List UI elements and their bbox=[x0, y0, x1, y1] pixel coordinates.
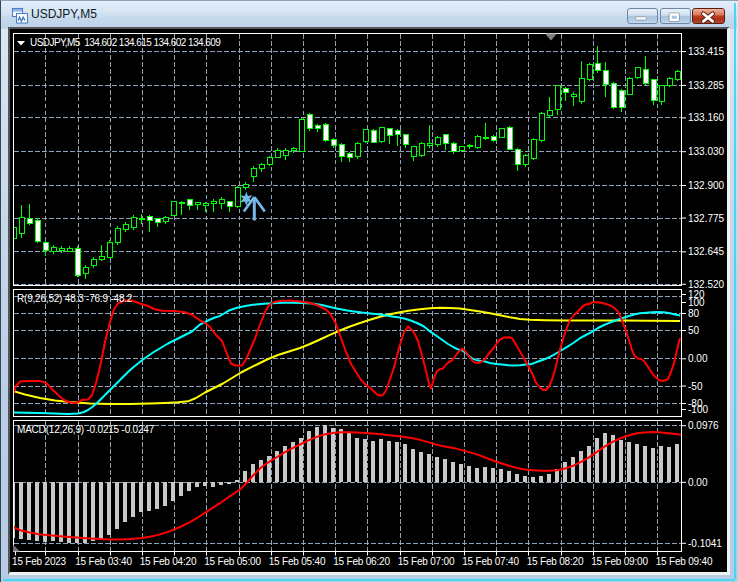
svg-text:15 Feb 07:40: 15 Feb 07:40 bbox=[462, 556, 519, 567]
svg-text:0.0976: 0.0976 bbox=[688, 420, 719, 431]
svg-text:-0.1041: -0.1041 bbox=[688, 538, 722, 549]
svg-text:100: 100 bbox=[688, 297, 705, 308]
svg-text:133.415: 133.415 bbox=[688, 46, 725, 57]
svg-text:MACD(12,26,9) -0.0215 -0.0247: MACD(12,26,9) -0.0215 -0.0247 bbox=[17, 424, 155, 435]
svg-text:15 Feb 05:00: 15 Feb 05:00 bbox=[204, 556, 261, 567]
svg-text:133.160: 133.160 bbox=[688, 112, 725, 123]
svg-text:15 Feb 09:40: 15 Feb 09:40 bbox=[656, 556, 713, 567]
svg-text:132.900: 132.900 bbox=[688, 180, 725, 191]
svg-text:50: 50 bbox=[688, 325, 700, 336]
svg-text:133.285: 133.285 bbox=[688, 80, 725, 91]
svg-text:R(9,26,52) 48.3 -76.9 -48.2: R(9,26,52) 48.3 -76.9 -48.2 bbox=[17, 293, 133, 304]
svg-text:15 Feb 09:00: 15 Feb 09:00 bbox=[591, 556, 648, 567]
svg-text:0.00: 0.00 bbox=[688, 353, 708, 364]
svg-text:15 Feb 08:20: 15 Feb 08:20 bbox=[527, 556, 584, 567]
svg-text:15 Feb 07:00: 15 Feb 07:00 bbox=[398, 556, 455, 567]
svg-text:15 Feb 2023: 15 Feb 2023 bbox=[12, 556, 67, 567]
svg-text:132.645: 132.645 bbox=[688, 246, 725, 257]
svg-text:0.00: 0.00 bbox=[688, 477, 708, 488]
svg-text:15 Feb 06:20: 15 Feb 06:20 bbox=[333, 556, 390, 567]
svg-text:USDJPY,M5 134.602 134.615 134: USDJPY,M5 134.602 134.615 134.602 134.60… bbox=[30, 37, 221, 48]
svg-text:15 Feb 03:40: 15 Feb 03:40 bbox=[75, 556, 132, 567]
svg-text:-50: -50 bbox=[688, 381, 703, 392]
svg-text:132.775: 132.775 bbox=[688, 213, 725, 224]
svg-text:15 Feb 04:20: 15 Feb 04:20 bbox=[140, 556, 197, 567]
svg-text:-100: -100 bbox=[688, 404, 708, 415]
svg-text:80: 80 bbox=[688, 308, 700, 319]
svg-text:133.030: 133.030 bbox=[688, 146, 725, 157]
svg-text:15 Feb 05:40: 15 Feb 05:40 bbox=[269, 556, 326, 567]
